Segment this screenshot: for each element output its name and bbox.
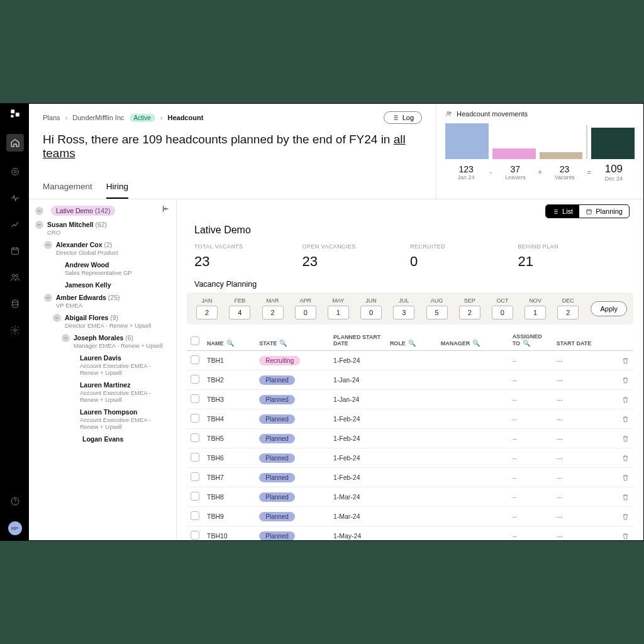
search-icon[interactable]: 🔍 bbox=[279, 340, 287, 347]
trash-icon[interactable] bbox=[621, 532, 630, 540]
row-checkbox[interactable] bbox=[191, 394, 199, 403]
nav-target-icon[interactable] bbox=[9, 165, 21, 178]
tree-node[interactable]: Lauren MartinezAccount Executive EMEA - … bbox=[35, 381, 170, 403]
nav-database-icon[interactable] bbox=[9, 297, 21, 310]
month-input[interactable]: 0 bbox=[295, 306, 316, 319]
search-icon[interactable]: 🔍 bbox=[523, 340, 530, 347]
month-input[interactable]: 0 bbox=[360, 306, 382, 319]
month-cell[interactable]: JUN0 bbox=[357, 297, 385, 319]
month-cell[interactable]: OCT0 bbox=[489, 297, 516, 319]
tree-node[interactable]: −Joseph Morales (6)Manager EMEA - Renew … bbox=[35, 334, 170, 349]
tree-toggle[interactable]: − bbox=[35, 207, 43, 215]
row-checkbox[interactable] bbox=[191, 433, 199, 442]
trash-icon[interactable] bbox=[621, 513, 630, 521]
col-name[interactable]: NAME🔍 bbox=[203, 328, 255, 351]
table-row[interactable]: TBH2Planned1-Jan-24----- bbox=[187, 370, 633, 390]
month-cell[interactable]: DEC2 bbox=[554, 297, 582, 319]
trash-icon[interactable] bbox=[621, 454, 630, 462]
month-cell[interactable]: SEP2 bbox=[456, 297, 484, 319]
tab-management[interactable]: Management bbox=[43, 182, 92, 199]
table-row[interactable]: TBH10Planned1-May-24----- bbox=[187, 526, 633, 541]
apply-button[interactable]: Apply bbox=[591, 301, 627, 316]
tree-toggle[interactable]: − bbox=[44, 241, 52, 249]
tree-node[interactable]: −Alexander Cox (2)Director Global Produc… bbox=[35, 241, 170, 256]
view-planning-button[interactable]: Planning bbox=[579, 205, 629, 218]
tree-toggle[interactable]: − bbox=[35, 221, 43, 229]
row-checkbox[interactable] bbox=[191, 531, 199, 540]
tree-node[interactable]: Logan Evans bbox=[35, 435, 170, 443]
row-checkbox[interactable] bbox=[191, 453, 199, 462]
col-start[interactable]: START DATE bbox=[553, 328, 618, 351]
tree-node[interactable]: Jameson Kelly bbox=[35, 281, 170, 289]
search-icon[interactable]: 🔍 bbox=[408, 340, 416, 347]
col-state[interactable]: STATE🔍 bbox=[255, 328, 330, 351]
table-row[interactable]: TBH6Planned1-Feb-24----- bbox=[187, 448, 633, 468]
month-cell[interactable]: NOV1 bbox=[521, 297, 549, 319]
table-row[interactable]: TBH7Planned1-Feb-24----- bbox=[187, 468, 633, 487]
view-list-button[interactable]: List bbox=[546, 205, 579, 218]
month-input[interactable]: 3 bbox=[393, 306, 414, 319]
month-cell[interactable]: APR0 bbox=[292, 297, 319, 319]
col-role[interactable]: ROLE🔍 bbox=[386, 328, 437, 351]
row-checkbox[interactable] bbox=[191, 472, 199, 481]
nav-people-icon[interactable] bbox=[9, 271, 21, 284]
tree-node[interactable]: Andrew WoodSales Representative GP bbox=[35, 261, 170, 276]
month-cell[interactable]: FEB4 bbox=[226, 297, 253, 319]
row-checkbox[interactable] bbox=[191, 414, 199, 423]
table-row[interactable]: TBH3Planned1-Jan-24----- bbox=[187, 390, 633, 409]
col-manager[interactable]: MANAGER🔍 bbox=[437, 328, 509, 351]
breadcrumb-root[interactable]: Plans bbox=[43, 114, 60, 121]
month-cell[interactable]: MAY1 bbox=[325, 297, 352, 319]
col-planned[interactable]: PLANNED START DATE bbox=[330, 328, 386, 351]
month-input[interactable]: 2 bbox=[459, 306, 480, 319]
month-input[interactable]: 2 bbox=[196, 306, 218, 319]
table-row[interactable]: TBH9Planned1-Mar-24----- bbox=[187, 507, 633, 526]
tree-toggle[interactable]: − bbox=[44, 294, 52, 302]
search-icon[interactable]: 🔍 bbox=[472, 340, 480, 347]
search-icon[interactable]: 🔍 bbox=[226, 340, 234, 347]
month-cell[interactable]: JAN2 bbox=[193, 297, 221, 319]
trash-icon[interactable] bbox=[621, 376, 630, 384]
row-checkbox[interactable] bbox=[191, 511, 199, 520]
table-row[interactable]: TBH4Planned1-Feb-24----- bbox=[187, 409, 633, 429]
collapse-panel-icon[interactable] bbox=[161, 204, 170, 213]
row-checkbox[interactable] bbox=[191, 492, 199, 501]
breadcrumb-plan[interactable]: DunderMifflin Inc bbox=[72, 114, 124, 121]
month-input[interactable]: 5 bbox=[426, 306, 448, 319]
nav-home-icon[interactable] bbox=[6, 134, 24, 152]
month-input[interactable]: 1 bbox=[525, 306, 546, 319]
trash-icon[interactable] bbox=[621, 415, 630, 423]
tree-node[interactable]: −Amber Edwards (25)VP EMEA bbox=[35, 294, 170, 309]
tree-node[interactable]: −Susan Mitchell (62)CRO bbox=[35, 221, 170, 236]
trash-icon[interactable] bbox=[621, 396, 630, 404]
tree-toggle[interactable]: − bbox=[53, 314, 61, 322]
trash-icon[interactable] bbox=[621, 357, 630, 365]
nav-settings-icon[interactable] bbox=[9, 324, 21, 336]
select-all-checkbox[interactable] bbox=[191, 336, 199, 345]
tree-node[interactable]: Lauren ThompsonAccount Executive EMEA - … bbox=[35, 408, 170, 430]
nav-pulse-icon[interactable] bbox=[9, 192, 21, 204]
table-row[interactable]: TBH8Planned1-Mar-24----- bbox=[187, 487, 633, 507]
col-assigned[interactable]: ASSIGNED TO🔍 bbox=[509, 328, 553, 351]
trash-icon[interactable] bbox=[621, 474, 630, 482]
trash-icon[interactable] bbox=[621, 435, 630, 443]
row-checkbox[interactable] bbox=[191, 375, 199, 384]
month-input[interactable]: 4 bbox=[229, 306, 250, 319]
month-input[interactable]: 2 bbox=[557, 306, 579, 319]
log-button[interactable]: Log bbox=[384, 111, 422, 124]
nav-help-icon[interactable] bbox=[9, 495, 21, 508]
month-cell[interactable]: MAR2 bbox=[258, 297, 286, 319]
month-input[interactable]: 1 bbox=[328, 306, 349, 319]
month-cell[interactable]: AUG5 bbox=[423, 297, 450, 319]
tree-node[interactable]: Lauren DavisAccount Executive EMEA - Ren… bbox=[35, 354, 170, 376]
tab-hiring[interactable]: Hiring bbox=[106, 182, 128, 199]
trash-icon[interactable] bbox=[621, 493, 630, 501]
tree-node[interactable]: −Abigail Flores (9)Director EMEA - Renew… bbox=[35, 314, 170, 329]
table-row[interactable]: TBH5Planned1-Feb-24----- bbox=[187, 429, 633, 448]
month-input[interactable]: 0 bbox=[492, 306, 513, 319]
nav-chart-icon[interactable] bbox=[9, 218, 21, 231]
user-avatar[interactable]: RP bbox=[8, 521, 22, 535]
tree-root-chip[interactable]: Lative Demo (142) bbox=[51, 206, 115, 216]
tree-toggle[interactable]: − bbox=[62, 334, 70, 342]
nav-calendar-icon[interactable] bbox=[9, 245, 21, 257]
